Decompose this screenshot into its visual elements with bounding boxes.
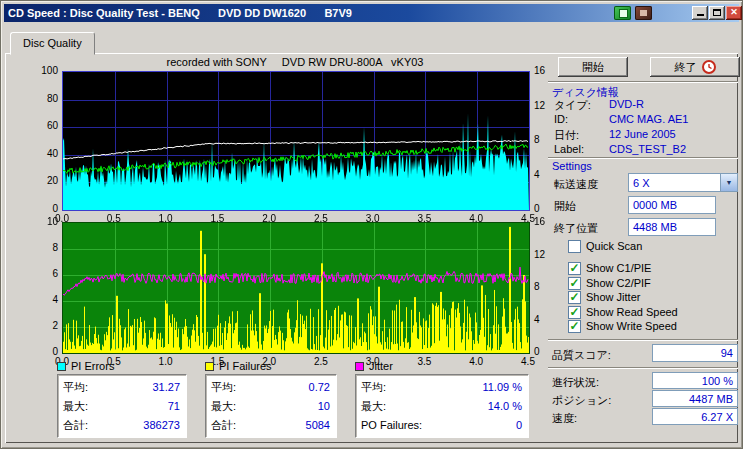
pi-failures-jitter-chart bbox=[62, 222, 530, 354]
status-value: 6.27 X bbox=[652, 408, 738, 425]
disc-info-value: DVD-R bbox=[609, 98, 644, 110]
axis-tick-label: 2.0 bbox=[256, 213, 282, 224]
axis-tick-label: 1.0 bbox=[153, 356, 179, 367]
close-button[interactable]: ✕ bbox=[726, 6, 742, 20]
legend-label: PI Errors bbox=[71, 360, 114, 372]
chevron-down-icon[interactable]: ▼ bbox=[720, 174, 737, 191]
speed-select[interactable]: 6 X ▼ bbox=[628, 173, 738, 192]
stat-row: 最大:71 bbox=[63, 397, 180, 416]
axis-tick-label: 60 bbox=[26, 120, 58, 131]
axis-tick-label: 16 bbox=[534, 65, 560, 76]
titlebar[interactable]: CD Speed : Disc Quality Test - BENQ DVD … bbox=[4, 4, 739, 22]
speed-label: 転送速度 bbox=[554, 177, 598, 192]
window-title: CD Speed : Disc Quality Test - BENQ DVD … bbox=[8, 4, 352, 22]
stat-row: 合計:5084 bbox=[211, 416, 330, 435]
stat-value: 386273 bbox=[143, 416, 180, 435]
axis-tick-label: 2 bbox=[26, 320, 58, 331]
axis-tick-label: 1.5 bbox=[204, 213, 230, 224]
disc-info-value: 12 June 2005 bbox=[609, 128, 676, 140]
status-label: 進行状況: bbox=[552, 375, 599, 390]
axis-tick-label: 100 bbox=[26, 65, 58, 76]
axis-tick-label: 3.5 bbox=[411, 356, 437, 367]
checkbox-show-jitter-label: Show Jitter bbox=[586, 291, 640, 304]
axis-tick-label: 4 bbox=[26, 294, 58, 305]
tab-label: Disc Quality bbox=[23, 37, 82, 49]
axis-tick-label: 40 bbox=[26, 148, 58, 159]
axis-tick-label: 8 bbox=[26, 242, 58, 253]
disc-info-label: ID: bbox=[554, 113, 568, 125]
stat-row: 平均:31.27 bbox=[63, 378, 180, 397]
checkbox-show-write-speed-label: Show Write Speed bbox=[586, 320, 677, 333]
separator bbox=[548, 367, 738, 369]
checkbox-show-c2-pif[interactable]: ✓ bbox=[568, 277, 581, 290]
start-position-field[interactable]: 0000 MB bbox=[628, 196, 716, 214]
axis-tick-label: 16 bbox=[534, 216, 560, 227]
recorded-with-text: recorded with SONY DVD RW DRU-800A vKY03 bbox=[62, 56, 528, 68]
separator bbox=[548, 81, 738, 83]
checkbox-show-c2-pif-label: Show C2/PIF bbox=[586, 277, 651, 290]
stat-label: 平均: bbox=[211, 378, 236, 397]
checkbox-quick-scan[interactable] bbox=[568, 240, 581, 253]
cdspeed-window: CD Speed : Disc Quality Test - BENQ DVD … bbox=[0, 0, 743, 449]
start-scan-button[interactable]: 開始 bbox=[558, 57, 628, 77]
stat-label: 合計: bbox=[211, 416, 236, 435]
status-label: 速度: bbox=[552, 411, 577, 426]
maximize-button[interactable] bbox=[709, 6, 725, 20]
stat-row: PO Failures:0 bbox=[361, 416, 522, 435]
checkbox-show-c1-pie[interactable]: ✓ bbox=[568, 262, 581, 275]
disc-info-value: CDS_TEST_B2 bbox=[609, 143, 686, 155]
status-value: 100 % bbox=[652, 372, 738, 389]
axis-tick-label: 2.5 bbox=[308, 356, 334, 367]
titlebar-extra-icon-2[interactable] bbox=[635, 6, 652, 20]
axis-tick-label: 80 bbox=[26, 93, 58, 104]
stat-value: 0 bbox=[516, 416, 522, 435]
legend-swatch bbox=[205, 362, 214, 371]
pi-errors-stats-panel: 平均:31.27最大:71合計:386273 bbox=[57, 374, 187, 438]
stat-row: 平均:11.09 % bbox=[361, 378, 522, 397]
status-label: ポジション: bbox=[552, 393, 611, 408]
legend-swatch bbox=[355, 362, 364, 371]
legend-jitter: Jitter bbox=[355, 361, 393, 373]
pi-errors-chart bbox=[62, 71, 530, 211]
axis-tick-label: 4.5 bbox=[515, 356, 541, 367]
maximize-icon bbox=[713, 9, 721, 16]
stat-value: 5084 bbox=[306, 416, 330, 435]
legend-pi-errors: PI Errors bbox=[57, 361, 114, 373]
separator bbox=[548, 157, 738, 159]
axis-tick-label: 1.0 bbox=[153, 213, 179, 224]
axis-tick-label: 0.5 bbox=[101, 213, 127, 224]
disc-info-label: 日付: bbox=[554, 128, 579, 143]
stat-label: 合計: bbox=[63, 416, 88, 435]
axis-tick-label: 4.0 bbox=[463, 356, 489, 367]
stat-label: 平均: bbox=[361, 378, 386, 397]
minimize-icon bbox=[697, 14, 704, 16]
quality-score-value: 94 bbox=[652, 344, 738, 362]
checkbox-show-c1-pie-label: Show C1/PIE bbox=[586, 262, 651, 275]
disc-quality-page: recorded with SONY DVD RW DRU-800A vKY03… bbox=[5, 53, 738, 443]
stat-label: 平均: bbox=[63, 378, 88, 397]
stat-value: 0.72 bbox=[309, 378, 330, 397]
checkbox-show-jitter[interactable]: ✓ bbox=[568, 291, 581, 304]
axis-tick-label: 4.0 bbox=[463, 213, 489, 224]
legend-label: Jitter bbox=[369, 360, 393, 372]
exit-button[interactable]: 終了 bbox=[650, 57, 740, 77]
disc-info-label: Label: bbox=[554, 143, 584, 155]
pi-failures-stats-panel: 平均:0.72最大:10合計:5084 bbox=[205, 374, 337, 438]
close-icon: ✕ bbox=[730, 7, 738, 17]
legend-pi-failures: PI Failures bbox=[205, 361, 272, 373]
end-position-field[interactable]: 4488 MB bbox=[628, 218, 716, 236]
titlebar-extra-icon-1[interactable] bbox=[614, 6, 631, 20]
minimize-button[interactable] bbox=[692, 6, 708, 20]
tab-disc-quality[interactable]: Disc Quality bbox=[10, 32, 95, 55]
legend-label: PI Failures bbox=[219, 360, 272, 372]
stat-label: 最大: bbox=[361, 397, 386, 416]
disc-info-value: CMC MAG. AE1 bbox=[609, 113, 688, 125]
separator bbox=[548, 339, 738, 341]
checkbox-show-write-speed[interactable]: ✓ bbox=[568, 320, 581, 333]
exit-timer-icon bbox=[702, 60, 716, 74]
stat-row: 最大:14.0 % bbox=[361, 397, 522, 416]
checkbox-show-read-speed[interactable]: ✓ bbox=[568, 306, 581, 319]
legend-swatch bbox=[57, 362, 66, 371]
axis-tick-label: 3.5 bbox=[411, 213, 437, 224]
status-value: 4487 MB bbox=[652, 390, 738, 407]
